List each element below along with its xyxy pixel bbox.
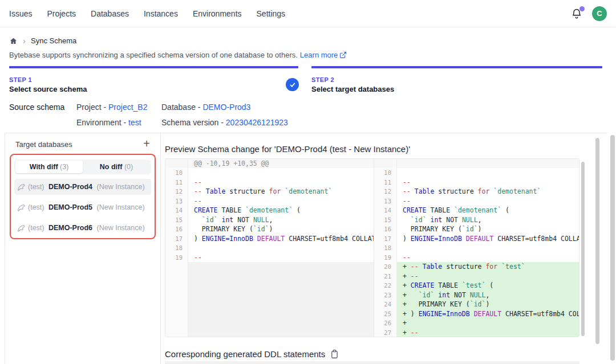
diff-line-19: 19--	[374, 253, 579, 263]
mysql-icon	[17, 203, 26, 212]
diff-line-17: 17) ENGINE=InnoDB DEFAULT CHARSET=utf8mb…	[374, 234, 579, 244]
diff-line-22: 22+ CREATE TABLE `test` (	[374, 281, 579, 291]
source-schema-label: Source schema	[9, 103, 64, 112]
diff-line-25: 25+ ) ENGINE=InnoDB DEFAULT CHARSET=utf8…	[374, 309, 579, 319]
source-database-field: Database - DEMO-Prod3	[161, 103, 250, 112]
diff-line-14: 14CREATE TABLE `demotenant` (	[165, 206, 374, 215]
preview-panel-scrollbar[interactable]	[595, 138, 599, 344]
nav-item-projects[interactable]: Projects	[47, 9, 76, 18]
project-link[interactable]: Project_B2	[108, 103, 147, 112]
tab-count: (0)	[124, 163, 133, 171]
notification-dot	[579, 6, 585, 11]
db-name: DEMO-Prod4	[48, 183, 92, 191]
breadcrumb: › Sync Schema	[9, 36, 76, 45]
nav-item-settings[interactable]: Settings	[257, 9, 286, 18]
schema-version-label: Schema version -	[161, 118, 226, 127]
step1-label: STEP 1	[9, 76, 32, 83]
step2-progress-bar	[311, 66, 602, 68]
diff-line-12: 12-- Table structure for `demotenant`	[165, 187, 374, 197]
diff-line-17: 17) ENGINE=InnoDB DEFAULT CHARSET=utf8mb…	[165, 234, 374, 244]
database-label: Database -	[161, 103, 202, 112]
db-note: (New Instance)	[95, 203, 145, 211]
mysql-icon	[17, 224, 26, 232]
diff-line-15: 15 `id` int NOT NULL,	[165, 215, 374, 225]
db-note: (New Instance)	[95, 183, 145, 191]
diff-line-15: 15 `id` int NOT NULL,	[374, 215, 579, 225]
intro-text: Bytebase supports synchronizing a specif…	[9, 51, 347, 59]
home-icon[interactable]	[9, 37, 18, 45]
diff-line-13: 13--	[165, 197, 374, 206]
diff-line-11: 11--	[165, 178, 374, 187]
step1-complete-icon	[286, 78, 299, 91]
diff-line-19: 19--	[165, 253, 374, 263]
ddl-section-header: Corresponding generated DDL statements	[165, 349, 339, 359]
card-top-border	[5, 133, 607, 133]
diff-line-21: 21+ --	[374, 272, 579, 281]
tab-no-diff[interactable]: No diff (0)	[83, 161, 150, 173]
diff-tabs: With diff (3)No diff (0)	[14, 159, 151, 174]
avatar[interactable]: C	[592, 6, 607, 21]
nav-item-databases[interactable]: Databases	[91, 9, 129, 18]
preview-title: Preview Schema change for 'DEMO-Prod4 (t…	[165, 144, 410, 154]
learn-more-label: Learn more	[300, 51, 338, 59]
add-target-database-button[interactable]: +	[140, 137, 153, 150]
nav-menu: IssuesProjectsDatabasesInstancesEnvironm…	[9, 9, 285, 18]
schema-version-link[interactable]: 20230426121923	[226, 118, 288, 127]
diff-line-27: 27+ --	[374, 328, 579, 337]
step2-label: STEP 2	[311, 76, 334, 83]
copy-ddl-button[interactable]	[330, 349, 339, 359]
diff-editor-scrollbar[interactable]	[581, 162, 585, 336]
target-database-demo-prod6[interactable]: (test) DEMO-Prod6 (New Instance)	[14, 220, 151, 236]
nav-item-instances[interactable]: Instances	[144, 9, 178, 18]
source-environment-field: Environment - test	[76, 118, 141, 127]
step1-title: Select source schema	[9, 85, 87, 93]
diff-line-13: 13--	[374, 197, 579, 206]
db-environment: (test)	[28, 224, 46, 232]
mysql-icon	[17, 183, 26, 191]
diff-line-23: 23+ `id` int NOT NULL,	[374, 291, 579, 300]
diff-pane-modified[interactable]: 1011--12-- Table structure for `demotena…	[374, 159, 579, 337]
database-link[interactable]: DEMO-Prod3	[202, 103, 250, 112]
ddl-title: Corresponding generated DDL statements	[165, 349, 325, 359]
diff-hunk-header	[374, 159, 579, 168]
tab-with-diff[interactable]: With diff (3)	[15, 161, 83, 173]
environment-label: Environment -	[76, 118, 128, 127]
step2-title: Select target databases	[311, 85, 394, 93]
environment-link[interactable]: test	[128, 118, 141, 127]
source-project-field: Project - Project_B2	[76, 103, 148, 112]
db-environment: (test)	[28, 183, 46, 191]
db-name: DEMO-Prod6	[48, 224, 92, 232]
tab-label: With diff	[30, 163, 60, 171]
nav-item-environments[interactable]: Environments	[193, 9, 242, 18]
diff-line-18: 18	[374, 243, 579, 253]
breadcrumb-chevron-icon: ›	[23, 36, 26, 45]
column-divider	[160, 133, 161, 364]
sync-schema-page: IssuesProjectsDatabasesInstancesEnvironm…	[0, 0, 616, 364]
diff-hunk-header: @@ -10,19 +10,35 @@	[165, 159, 374, 168]
target-database-demo-prod4[interactable]: (test) DEMO-Prod4 (New Instance)	[14, 179, 151, 195]
schema-diff-editor: @@ -10,19 +10,35 @@1011--12-- Table stru…	[165, 158, 579, 337]
step1-progress-bar	[9, 66, 298, 68]
diff-line-11: 11--	[374, 178, 579, 187]
target-databases-title: Target databases	[15, 140, 72, 149]
diff-line-20: 20+ -- Table structure for `test`	[374, 262, 579, 272]
learn-more-link[interactable]: Learn more	[300, 51, 347, 59]
source-schema-version-field: Schema version - 20230426121923	[161, 118, 288, 127]
target-database-list: (test) DEMO-Prod4 (New Instance)(test) D…	[14, 174, 151, 236]
ddl-code-block-edge	[165, 361, 579, 364]
target-databases-selection: With diff (3)No diff (0) (test) DEMO-Pro…	[10, 154, 156, 239]
card-left-border	[5, 133, 5, 364]
diff-alignment-filler	[165, 262, 374, 337]
target-database-demo-prod5[interactable]: (test) DEMO-Prod5 (New Instance)	[14, 199, 151, 215]
notification-bell-button[interactable]	[570, 7, 583, 20]
nav-item-issues[interactable]: Issues	[9, 9, 32, 18]
diff-line-10: 10	[374, 168, 579, 178]
external-link-icon	[339, 51, 347, 59]
diff-line-12: 12-- Table structure for `demotenant`	[374, 187, 579, 197]
content-scrollbar[interactable]	[610, 135, 615, 361]
project-label: Project -	[76, 103, 108, 112]
diff-pane-original[interactable]: @@ -10,19 +10,35 @@1011--12-- Table stru…	[165, 159, 374, 337]
db-name: DEMO-Prod5	[48, 203, 92, 211]
db-environment: (test)	[28, 203, 46, 211]
tab-label: No diff	[100, 163, 124, 171]
